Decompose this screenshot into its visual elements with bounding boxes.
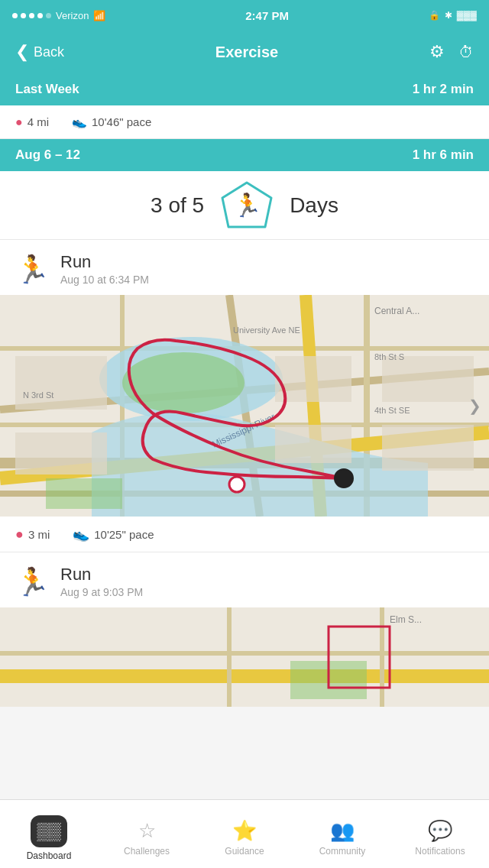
tab-community[interactable]: 👥 Community [293, 800, 391, 868]
status-bar: Verizon 📶 2:47 PM 🔒 ✱ ▓▓▓ [0, 0, 489, 31]
notifications-label: Notifications [415, 846, 465, 857]
map-arrow-icon[interactable]: ❯ [468, 397, 481, 415]
svg-text:8th St S: 8th St S [374, 352, 404, 361]
days-section: 3 of 5 🏃 Days [0, 171, 489, 240]
last-week-distance: ● 4 mi [15, 115, 49, 129]
run-icon-2: 🏃 [15, 566, 50, 598]
dashboard-icon: ▒▒ [37, 821, 60, 841]
activity-stats: ● 3 mi 👟 10'25" pace [0, 517, 489, 552]
wifi-icon: 📶 [93, 10, 105, 21]
svg-point-28 [335, 469, 353, 487]
scroll-content: Last Week 1 hr 2 min ● 4 mi 👟 10'46" pac… [0, 73, 489, 799]
run1-distance: ● 3 mi [15, 526, 50, 542]
svg-text:4th St SE: 4th St SE [374, 406, 410, 415]
activity-info-2: Run Aug 9 at 9:03 PM [60, 565, 143, 598]
last-week-label: Last Week [15, 82, 79, 97]
svg-text:Central A...: Central A... [374, 306, 419, 316]
svg-point-27 [229, 477, 244, 492]
activity-map[interactable]: Central A... 8th St S 4th St SE N 3rd St… [0, 295, 489, 517]
notifications-icon: 💬 [428, 819, 452, 843]
page-title: Exercise [215, 44, 278, 61]
activity-header: 🏃 Run Aug 10 at 6:34 PM [0, 252, 489, 295]
map-svg: Central A... 8th St S 4th St SE N 3rd St… [0, 295, 489, 517]
carrier-label: Verizon [56, 10, 89, 21]
nav-bar: ❮ Back Exercise ⚙ ⏱ [0, 31, 489, 73]
community-label: Community [319, 846, 366, 857]
svg-text:Elm S...: Elm S... [390, 614, 422, 625]
activity-item: 🏃 Run Aug 10 at 6:34 PM [0, 240, 489, 552]
tab-challenges[interactable]: ☆ Challenges [98, 800, 196, 868]
svg-text:University Ave NE: University Ave NE [233, 326, 300, 335]
timer-icon[interactable]: ⏱ [458, 44, 474, 61]
status-right: 🔒 ✱ ▓▓▓ [429, 10, 477, 21]
distance-value: 4 mi [28, 115, 49, 128]
status-left: Verizon 📶 [12, 10, 105, 21]
runner-badge-icon: 🏃 [233, 192, 261, 219]
current-week-banner: Aug 6 – 12 1 hr 6 min [0, 139, 489, 171]
exercise-badge: 🏃 [219, 180, 274, 232]
tab-guidance[interactable]: ⭐ Guidance [196, 800, 293, 868]
activity-header-2: 🏃 Run Aug 9 at 9:03 PM [0, 565, 489, 607]
activity-info: Run Aug 10 at 6:34 PM [60, 252, 149, 286]
days-label: Days [290, 193, 338, 218]
signal-dots [12, 13, 51, 18]
last-week-pace: 👟 10'46" pace [72, 115, 151, 129]
pin-icon: ● [15, 115, 23, 129]
shoe-icon: 👟 [72, 115, 87, 129]
svg-point-13 [122, 352, 244, 413]
days-count: 3 of 5 [151, 193, 204, 218]
shoe-icon-2: 👟 [73, 526, 89, 542]
run1-pace: 👟 10'25" pace [73, 526, 154, 542]
back-label: Back [34, 44, 64, 60]
time-display: 2:47 PM [245, 9, 289, 22]
last-week-duration: 1 hr 2 min [413, 82, 474, 97]
svg-rect-16 [15, 432, 107, 474]
last-week-banner: Last Week 1 hr 2 min [0, 73, 489, 105]
run1-distance-value: 3 mi [28, 528, 50, 541]
tab-dashboard[interactable]: ▒▒ Dashboard [0, 800, 98, 868]
nav-icons: ⚙ ⏱ [429, 42, 474, 62]
back-arrow-icon: ❮ [15, 42, 29, 62]
activity-date-2: Aug 9 at 9:03 PM [60, 586, 143, 598]
dashboard-label: Dashboard [27, 850, 72, 861]
svg-rect-14 [46, 478, 122, 509]
dashboard-icon-bg: ▒▒ [31, 815, 66, 847]
map-svg-2: Elm S... [0, 607, 489, 707]
challenges-icon: ☆ [138, 819, 156, 843]
current-week-duration: 1 hr 6 min [413, 147, 474, 163]
community-icon: 👥 [330, 819, 355, 843]
run-icon: 🏃 [15, 254, 50, 286]
date-range-label: Aug 6 – 12 [15, 147, 80, 163]
back-button[interactable]: ❮ Back [15, 42, 64, 62]
run1-pace-value: 10'25" pace [94, 528, 154, 541]
pace-value: 10'46" pace [92, 115, 151, 128]
activity-item-2: 🏃 Run Aug 9 at 9:03 PM Elm S... [0, 552, 489, 707]
svg-rect-18 [382, 356, 474, 402]
svg-rect-19 [382, 425, 474, 471]
activity-title: Run [60, 252, 149, 272]
tab-bar: ▒▒ Dashboard ☆ Challenges ⭐ Guidance 👥 C… [0, 799, 489, 868]
activity-title-2: Run [60, 565, 143, 585]
battery-icon: ▓▓▓ [457, 10, 477, 21]
bluetooth-icon: ✱ [445, 10, 452, 21]
svg-rect-20 [275, 425, 351, 463]
challenges-label: Challenges [124, 846, 170, 857]
svg-rect-15 [15, 356, 107, 410]
pin-icon-2: ● [15, 526, 24, 542]
guidance-icon: ⭐ [232, 819, 257, 843]
tab-notifications[interactable]: 💬 Notifications [391, 800, 489, 868]
svg-text:N 3rd St: N 3rd St [23, 390, 53, 400]
settings-icon[interactable]: ⚙ [429, 42, 445, 62]
guidance-label: Guidance [225, 846, 264, 857]
lock-icon: 🔒 [429, 10, 440, 21]
last-week-stats: ● 4 mi 👟 10'46" pace [0, 105, 489, 139]
activity-date: Aug 10 at 6:34 PM [60, 274, 149, 286]
activity-map-2[interactable]: Elm S... [0, 607, 489, 707]
